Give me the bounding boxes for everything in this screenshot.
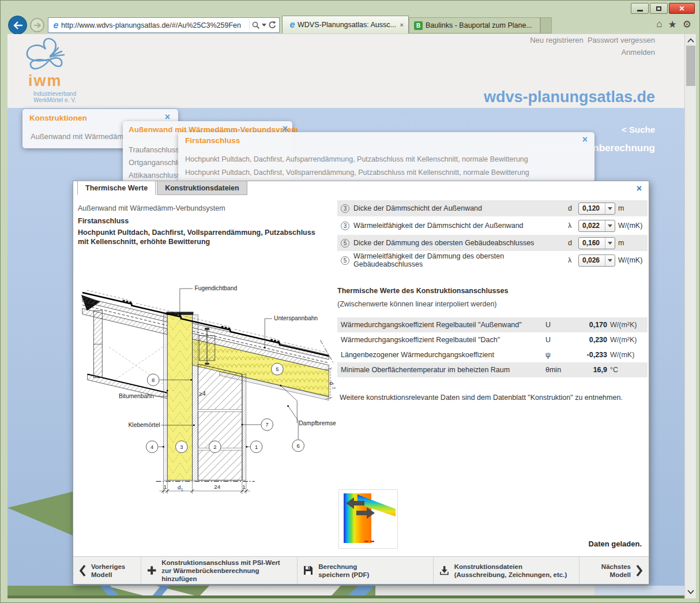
tab-baulinks[interactable]: B Baulinks - Bauportal zum Plane... <box>409 17 540 33</box>
svg-text:3: 3 <box>180 444 183 450</box>
search-icon[interactable] <box>252 21 260 29</box>
svg-text:1: 1 <box>242 484 245 490</box>
parameter-row: 3 Dicke der Dämmschicht der Außenwand d … <box>337 200 648 216</box>
tab-close-icon[interactable]: × <box>397 21 404 28</box>
next-model-button[interactable]: NächstesModell <box>579 557 649 584</box>
chevron-up-icon <box>687 38 694 43</box>
tab-title: Baulinks - Bauportal zum Plane... <box>426 21 535 29</box>
close-window-button[interactable]: ✕ <box>669 3 695 14</box>
svg-text:d: d <box>178 484 180 490</box>
arrow-left-icon <box>13 21 23 29</box>
logo-subtitle: Industrieverband WerkMörtel e. V. <box>20 91 89 103</box>
thermal-row: Längenbezogener Wärmedurchgangskoeffizie… <box>337 347 648 362</box>
svg-text:1: 1 <box>255 444 258 450</box>
svg-text:7: 7 <box>266 422 269 428</box>
previous-model-button[interactable]: VorherigesModell <box>73 557 141 584</box>
add-psi-value-button[interactable]: Konstruktionsanschluss mit PSI-Wertzur W… <box>141 557 298 584</box>
parameter-row: 3 Wärmeleitfähigkeit der Dämmschicht der… <box>337 218 648 234</box>
dialog-close-icon[interactable]: × <box>637 183 642 194</box>
parameter-list: 3 Dicke der Dämmschicht der Außenwand d … <box>337 200 648 269</box>
chevron-down-icon <box>687 590 694 594</box>
panel-close-icon[interactable]: × <box>582 136 588 144</box>
variant-item-aufsparrendaemmung[interactable]: Hochpunkt Pultdach, Dachfirst, Aufsparre… <box>185 155 528 163</box>
search-back-link[interactable]: < Suche <box>622 125 655 134</box>
tab-title: WDVS-Planungsatlas: Aussc... <box>298 21 397 29</box>
svg-text:2: 2 <box>332 387 336 389</box>
forgot-password-link[interactable]: Passwort vergessen <box>588 36 655 44</box>
scroll-down-button[interactable] <box>685 587 697 597</box>
callout-badge: 3 <box>341 204 349 213</box>
callout-badge: 3 <box>341 222 349 230</box>
register-link[interactable]: Neu registrieren <box>530 36 584 44</box>
arrow-right-icon <box>33 23 41 28</box>
plus-icon <box>147 565 156 575</box>
forward-button[interactable] <box>30 18 44 32</box>
panel-close-icon[interactable]: × <box>165 113 170 121</box>
label-dampfbremse: Dampfbremse <box>299 420 336 426</box>
minimize-button[interactable] <box>631 3 649 14</box>
maximize-icon <box>656 6 661 11</box>
chevron-right-icon <box>636 564 643 577</box>
label-fugendichtband: Fugendichtband <box>194 285 237 291</box>
save-icon <box>303 565 313 575</box>
svg-text:1: 1 <box>181 488 183 492</box>
panel-title: Konstruktionen <box>29 114 87 122</box>
thermal-row: Wärmedurchgangskoeffizient Regelbauteil … <box>337 332 648 347</box>
conductivity-roof-select[interactable]: 0,026 <box>578 254 615 267</box>
menu-item-traufanschluss[interactable]: Traufanschluss <box>129 145 179 154</box>
logo-acronym: iwm <box>28 72 62 90</box>
scrollbar-thumb[interactable] <box>686 46 695 86</box>
label-bitumenbahn: Bitumenbahn <box>119 393 154 399</box>
address-bar[interactable]: e http://www.wdvs-planungsatlas.de/#/Au%… <box>48 17 280 33</box>
variant-item-vollsparrendaemmung[interactable]: Hochpunkt Pultdach, Dachfirst, Vollsparr… <box>185 168 529 177</box>
page-scrollbar[interactable] <box>684 34 696 598</box>
search-dropdown-icon[interactable] <box>262 24 266 27</box>
svg-text:1: 1 <box>164 484 167 490</box>
panel-close-icon[interactable]: × <box>283 125 288 133</box>
butterfly-icon <box>24 38 76 73</box>
thermal-values-section: Thermische Werte des Konstruktionsanschl… <box>337 287 648 377</box>
thickness-roof-select[interactable]: 0,160 <box>578 237 615 249</box>
tab-wdvs-planungsatlas[interactable]: e WDVS-Planungsatlas: Aussc... × <box>282 16 409 33</box>
dialog-tabs: Thermische Werte Konstruktionsdateien <box>77 181 249 195</box>
new-tab-button[interactable] <box>540 17 552 33</box>
construction-system: Außenwand mit Wärmedämm-Verbundsystem <box>78 204 225 212</box>
account-links: Neu registrieren Passwort vergessen Anme… <box>530 36 655 57</box>
thermal-row: Minimale Oberflächentemperatur im beheiz… <box>337 362 648 377</box>
settings-gear-icon[interactable]: ⚙ <box>683 18 691 31</box>
svg-text:d: d <box>328 381 335 385</box>
browser-window: ✕ e http://www.wdvs-planungsatlas.de/#/A… <box>0 0 700 603</box>
thickness-wall-select[interactable]: 0,120 <box>578 203 615 215</box>
iwm-logo[interactable]: iwm Industrieverband WerkMörtel e. V. <box>24 38 76 76</box>
url-text: http://www.wdvs-planungsatlas.de/#/Au%25… <box>61 21 249 29</box>
callout-badge: 5 <box>341 239 349 248</box>
svg-text:6: 6 <box>297 443 300 449</box>
panel-firstanschluss: Firstanschluss × Hochpunkt Pultdach, Dac… <box>178 132 594 182</box>
baulinks-favicon: B <box>414 21 423 30</box>
home-icon[interactable]: ⌂ <box>656 18 662 31</box>
minimize-icon <box>637 10 643 12</box>
menu-item-attikaanschluss[interactable]: Attikaanschluss <box>129 171 180 179</box>
ie-icon: e <box>51 20 61 31</box>
tab-thermische-werte[interactable]: Thermische Werte <box>77 181 156 195</box>
construction-files-button[interactable]: Konstruktionsdateien(Ausschreibung, Zeic… <box>434 557 579 584</box>
tab-konstruktionsdateien[interactable]: Konstruktionsdateien <box>157 181 247 195</box>
chevron-down-icon <box>608 224 612 227</box>
refresh-icon[interactable] <box>268 21 277 29</box>
scroll-up-button[interactable] <box>685 35 697 46</box>
back-button[interactable] <box>8 16 27 35</box>
chevron-down-icon <box>608 242 612 245</box>
browser-toolbar: e http://www.wdvs-planungsatlas.de/#/Au%… <box>1 16 699 34</box>
login-link[interactable]: Anmelden <box>621 48 655 57</box>
parameter-row: 5 Wärmeleitfähigkeit der Dämmung des obe… <box>337 252 648 268</box>
conductivity-wall-select[interactable]: 0,022 <box>578 220 615 232</box>
close-icon: ✕ <box>679 5 684 13</box>
callout-badge: 5 <box>341 256 349 265</box>
maximize-button[interactable] <box>650 3 668 14</box>
technical-drawing: 1 2 3 4 5 6 7 8 Fugendichtband Unterspan… <box>78 277 337 505</box>
save-calculation-button[interactable]: Berechnungspeichern (PDF) <box>298 557 434 584</box>
status-text: Daten geladen. <box>589 540 642 548</box>
parameter-row: 5 Dicke der Dämmung des obersten Gebäude… <box>337 235 648 251</box>
favorites-star-icon[interactable]: ★ <box>668 18 677 31</box>
svg-text:8: 8 <box>152 377 155 383</box>
